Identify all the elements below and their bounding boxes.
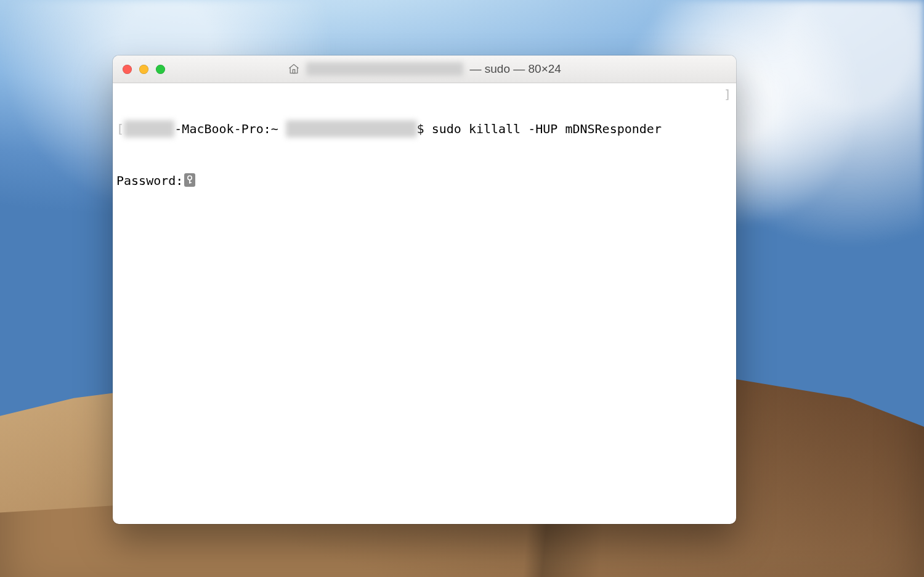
prompt-symbol: $ [417, 120, 432, 137]
title-path-redacted: ████████████████ [306, 62, 463, 76]
svg-point-1 [188, 176, 192, 179]
minimize-button[interactable] [139, 65, 148, 74]
username-redacted: ████████████████ [286, 120, 417, 137]
title-suffix: — sudo — 80×24 [469, 62, 561, 76]
terminal-line-2: Password: [116, 172, 732, 189]
terminal-content[interactable]: [ ██████ -MacBook-Pro:~ ████████████████… [113, 83, 736, 524]
window-title: ████████████████ — sudo — 80×24 [113, 62, 736, 76]
desktop-wallpaper: ████████████████ — sudo — 80×24 [ ██████… [0, 0, 924, 577]
traffic-lights [113, 65, 165, 74]
hostname-suffix: -MacBook-Pro:~ [174, 120, 286, 137]
terminal-line-1: [ ██████ -MacBook-Pro:~ ████████████████… [116, 120, 732, 137]
close-button[interactable] [123, 65, 132, 74]
key-icon [184, 173, 195, 187]
password-label: Password: [116, 172, 183, 189]
prompt-open-bracket: [ [116, 120, 124, 137]
prompt-close-bracket: ] [724, 86, 731, 103]
hostname-redacted: ██████ [124, 120, 174, 137]
command-text: sudo killall -HUP mDNSResponder [432, 120, 662, 137]
svg-rect-0 [293, 70, 294, 73]
home-icon [288, 63, 300, 75]
svg-rect-3 [189, 182, 192, 184]
window-titlebar[interactable]: ████████████████ — sudo — 80×24 [113, 55, 736, 83]
zoom-button[interactable] [156, 65, 165, 74]
terminal-window[interactable]: ████████████████ — sudo — 80×24 [ ██████… [113, 55, 736, 524]
